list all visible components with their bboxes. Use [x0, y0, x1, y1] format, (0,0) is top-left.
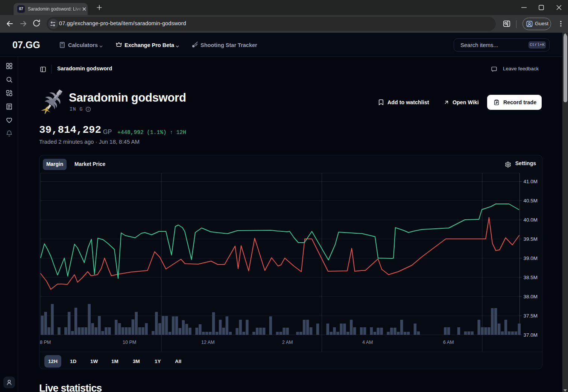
svg-text:39.0M: 39.0M: [524, 255, 538, 261]
svg-text:38.5M: 38.5M: [524, 275, 538, 280]
svg-text:41.0M: 41.0M: [524, 179, 538, 184]
svg-text:2 AM: 2 AM: [282, 340, 293, 345]
svg-text:38.0M: 38.0M: [524, 294, 538, 299]
svg-text:37.5M: 37.5M: [524, 313, 538, 319]
svg-text:8 PM: 8 PM: [40, 340, 51, 345]
svg-text:4 AM: 4 AM: [362, 340, 373, 345]
svg-text:37.0M: 37.0M: [524, 332, 538, 338]
svg-text:40.0M: 40.0M: [524, 217, 538, 223]
svg-text:40.5M: 40.5M: [524, 198, 538, 204]
svg-text:10 PM: 10 PM: [123, 340, 136, 345]
svg-text:39.5M: 39.5M: [524, 236, 538, 242]
svg-text:6 AM: 6 AM: [443, 340, 454, 345]
svg-text:12 AM: 12 AM: [201, 340, 214, 345]
